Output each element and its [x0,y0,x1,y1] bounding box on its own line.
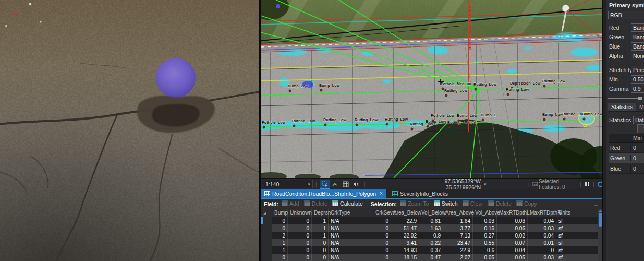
cell[interactable]: 0 [288,246,312,254]
green-band-combobox[interactable]: Band [631,33,644,41]
cell[interactable]: 0 [288,254,312,261]
tab-mask[interactable]: Mask [636,103,644,111]
cell[interactable]: 22.9 [391,217,419,224]
cell[interactable]: 1.64 [443,217,473,224]
table-row[interactable]: 201N/A032.020.97.130.270.020.04sf [261,232,602,239]
cell[interactable]: 0.02 [497,232,528,239]
cell[interactable]: 0.55 [473,239,497,246]
row-selector[interactable] [261,239,272,246]
cell[interactable]: 0 [272,217,288,224]
calculate-field-button[interactable]: Calculate [332,200,363,207]
cell[interactable]: 0 [312,246,329,254]
cell[interactable]: 0.15 [473,224,497,232]
cell[interactable]: 0 [288,232,312,239]
cell[interactable]: 7.13 [443,232,473,239]
column-header-vol_below[interactable]: Vol_Below [419,209,443,217]
cell[interactable]: 1 [312,217,329,224]
column-header-bump[interactable]: Bump [272,209,288,217]
gamma-combobox[interactable]: 0.9 [631,85,644,93]
cell[interactable]: 0.01 [528,239,556,246]
cell[interactable]: 0.37 [419,246,443,254]
grid-icon[interactable] [341,180,350,188]
cell[interactable]: sf [556,224,576,232]
cell[interactable]: 2 [272,232,288,239]
cell[interactable]: 0.61 [419,217,443,224]
close-icon[interactable]: × [380,191,383,196]
cell[interactable]: N/A [329,246,373,254]
statistics-source-combobox[interactable]: Dataset [633,116,644,124]
cell[interactable]: 1 [312,232,329,239]
cell[interactable]: 18.15 [391,254,419,261]
cell[interactable]: 0.04 [497,246,528,254]
cell[interactable]: 0.03 [473,217,497,224]
cell[interactable]: 0 [288,224,312,232]
cutoff-control[interactable] [637,124,644,133]
cell[interactable]: N/A [329,239,373,246]
scale-combobox[interactable]: 1:140 ▾ [263,180,313,188]
table-row[interactable]: 100N/A014.930.3722.90.60.040sf [261,246,602,254]
cell[interactable]: 0 [373,246,391,254]
row-selector[interactable] [261,246,272,254]
copy-selection-button[interactable]: Copy [516,200,537,207]
refresh-icon[interactable] [597,181,602,187]
map-view[interactable]: 20.55 FT CLEARANCE Bump_L [261,0,602,178]
add-field-button[interactable]: Add [282,200,299,207]
cell[interactable]: 0.27 [473,232,497,239]
tab-statistics[interactable]: Statistics [608,103,636,111]
cell[interactable]: 0 [312,254,329,261]
cell[interactable]: 0 [373,232,391,239]
cell[interactable]: 0.47 [419,254,443,261]
cell[interactable]: 22.9 [443,246,473,254]
column-header-vol_above[interactable]: Vol_Above [473,209,497,217]
delete-field-button[interactable]: Delete [304,200,327,207]
pause-drawing-button[interactable] [585,182,589,186]
aerial-map[interactable]: 20.55 FT CLEARANCE Bump_L [261,0,602,178]
scroll-up-icon[interactable] [599,210,602,212]
cell[interactable]: sf [556,254,576,261]
cell[interactable]: 0.04 [528,217,556,224]
tab-severityinfo-blocks[interactable]: SeverityInfo_Blocks [388,189,452,198]
cell[interactable]: 0 [288,239,312,246]
select-tool-icon[interactable] [320,180,330,188]
snap-xy-icon[interactable] [331,180,340,188]
column-header-unknown[interactable]: Unknown [288,209,312,217]
cell[interactable]: 0 [288,217,312,224]
row-selector[interactable] [261,232,272,239]
column-header-crktype[interactable]: CrkType [329,209,373,217]
chevron-down-icon[interactable]: ▾ [484,182,487,187]
cell[interactable]: 0.04 [528,232,556,239]
cell[interactable]: 0 [272,254,288,261]
cell[interactable]: N/A [329,217,373,224]
table-row[interactable]: 001N/A051.471.633.770.150.050.03sf [261,224,602,232]
cell[interactable]: 0 [373,224,391,232]
cell[interactable]: 0 [373,217,391,224]
zoom-to-button[interactable]: Zoom To [400,200,429,207]
cell[interactable]: 0.05 [497,224,528,232]
cell[interactable]: 2.07 [443,254,473,261]
cell[interactable]: 0.03 [497,217,528,224]
cell[interactable]: 0 [312,239,329,246]
cell[interactable]: 0.9 [419,232,443,239]
table-row[interactable]: 100N/A09.410.2223.470.550.070.01sf [261,239,602,246]
renderer-combobox[interactable]: RGB [608,11,644,19]
cell[interactable]: 0.07 [497,239,528,246]
cell[interactable]: 0.03 [528,224,556,232]
row-selector[interactable] [261,217,272,224]
cell[interactable]: N/A [329,224,373,232]
cell[interactable]: 0.05 [473,254,497,261]
cell[interactable]: 1 [312,224,329,232]
cell[interactable]: sf [556,239,576,246]
tab-roadcondition-shpinfo-polygon[interactable]: RoadConditon.RoadBlo...ShpInfo_Polygon × [261,189,386,198]
column-header-deprsn[interactable]: Deprsn [312,209,329,217]
attribute-grid[interactable]: BumpUnknownDeprsnCrkTypeCrkSevrtArea_Bel… [261,209,602,261]
cell[interactable]: 1 [272,239,288,246]
table-row[interactable]: 000N/A018.150.472.070.050.050.03sf [261,254,602,261]
cell[interactable]: 23.47 [443,239,473,246]
column-header-area_below[interactable]: Area_Below [391,209,419,217]
cell[interactable]: 3.77 [443,224,473,232]
cell[interactable]: 32.02 [391,232,419,239]
clear-selection-button[interactable]: Clear [463,200,483,207]
panel-hscrollbar[interactable] [608,98,642,99]
cell[interactable]: 0 [272,224,288,232]
blue-band-combobox[interactable]: Band [631,42,644,51]
